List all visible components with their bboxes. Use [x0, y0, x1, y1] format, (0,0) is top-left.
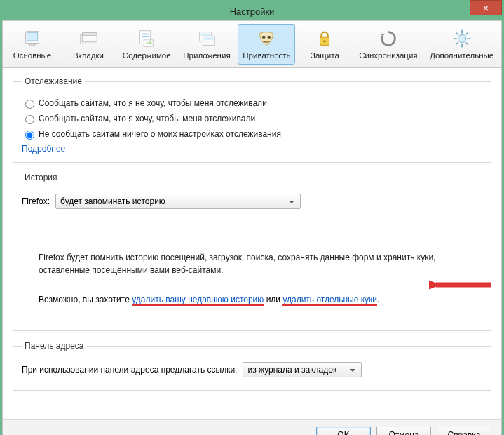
tab-security[interactable]: Защита [298, 24, 351, 65]
svg-line-23 [456, 33, 458, 35]
sync-icon [377, 27, 400, 50]
history-action-mid: или [264, 295, 282, 304]
monitor-icon [21, 27, 43, 50]
tab-label: Приложения [183, 51, 230, 60]
applications-icon [196, 27, 218, 50]
history-action-suffix: . [377, 295, 379, 304]
svg-rect-11 [201, 34, 210, 36]
svg-point-18 [458, 34, 465, 42]
svg-line-25 [465, 33, 468, 35]
gear-icon [451, 27, 473, 50]
tracking-label-3: Не сообщать сайтам ничего о моих настрой… [39, 129, 281, 139]
ok-button[interactable]: OK [316, 427, 371, 435]
close-button[interactable]: × [470, 0, 502, 15]
svg-rect-5 [83, 33, 97, 36]
clear-cookies-link[interactable]: удалить отдельные куки [282, 295, 377, 304]
titlebar: Настройки × [2, 2, 502, 20]
history-group: История Firefox: будет запоминать истори… [13, 173, 491, 331]
tab-label: Дополнительные [430, 51, 493, 60]
tab-label: Синхронизация [359, 51, 417, 60]
mask-icon [255, 27, 278, 50]
tab-sync[interactable]: Синхронизация [354, 24, 422, 65]
cancel-button[interactable]: Отмена [376, 427, 431, 435]
tab-advanced[interactable]: Дополнительные [425, 24, 498, 65]
lock-icon [313, 27, 336, 50]
tracking-label-2: Сообщать сайтам, что я хочу, чтобы меня … [39, 114, 255, 123]
addressbar-group: Панель адреса При использовании панели а… [13, 341, 491, 391]
svg-point-14 [262, 36, 266, 39]
tracking-radio-no-pref[interactable] [25, 130, 34, 140]
svg-rect-8 [142, 36, 149, 37]
history-description: Firefox будет помнить историю посещений,… [39, 251, 482, 276]
tracking-more-link[interactable]: Подробнее [22, 144, 65, 154]
tab-content[interactable]: Содержимое [118, 24, 175, 65]
history-action-prefix: Возможно, вы захотите [39, 295, 132, 304]
addressbar-mode-select[interactable]: из журнала и закладок [243, 362, 362, 377]
tab-applications[interactable]: Приложения [178, 24, 235, 65]
svg-point-17 [324, 40, 326, 42]
svg-rect-13 [204, 37, 213, 40]
tab-general[interactable]: Основные [6, 24, 59, 65]
tracking-group: Отслеживание Сообщать сайтам, что я не х… [13, 76, 491, 163]
content-area: Отслеживание Сообщать сайтам, что я не х… [2, 68, 502, 419]
tab-label: Основные [13, 51, 52, 60]
history-prefix: Firefox: [22, 196, 50, 206]
svg-line-24 [465, 43, 468, 45]
tracking-radio-dnt-on[interactable] [25, 100, 34, 109]
tab-label: Приватность [243, 51, 290, 60]
clear-recent-history-link[interactable]: удалить вашу недавнюю историю [132, 295, 264, 304]
tracking-legend: Отслеживание [22, 76, 85, 86]
history-mode-value: будет запоминать историю [60, 196, 165, 206]
tabs-icon [77, 27, 100, 50]
tracking-radio-dnt-off[interactable] [25, 115, 34, 124]
svg-line-26 [456, 43, 458, 45]
tab-label: Защита [311, 51, 339, 60]
history-legend: История [22, 173, 60, 182]
svg-rect-7 [142, 34, 149, 35]
svg-point-15 [268, 36, 271, 39]
dialog-buttons: OK Отмена Справка [2, 419, 502, 435]
addressbar-mode-value: из журнала и закладок [247, 365, 336, 375]
svg-rect-2 [29, 44, 35, 46]
close-icon: × [483, 3, 489, 13]
tracking-label-1: Сообщать сайтам, что я не хочу, чтобы ме… [39, 98, 267, 108]
history-action-text: Возможно, вы захотите удалить вашу недав… [39, 293, 482, 306]
history-mode-select[interactable]: будет запоминать историю [55, 194, 301, 209]
svg-rect-1 [27, 33, 38, 41]
tab-label: Вкладки [73, 51, 104, 60]
addressbar-label: При использовании панели адреса предлага… [22, 365, 237, 375]
addressbar-legend: Панель адреса [22, 341, 87, 351]
content-icon [135, 27, 158, 50]
settings-tabs: Основные Вкладки Содержимое Приложения П… [2, 20, 502, 68]
help-button[interactable]: Справка [437, 427, 491, 435]
window-title: Настройки [2, 6, 502, 17]
tab-privacy[interactable]: Приватность [238, 24, 295, 65]
tab-label: Содержимое [123, 51, 171, 60]
tab-tabs[interactable]: Вкладки [62, 24, 115, 65]
